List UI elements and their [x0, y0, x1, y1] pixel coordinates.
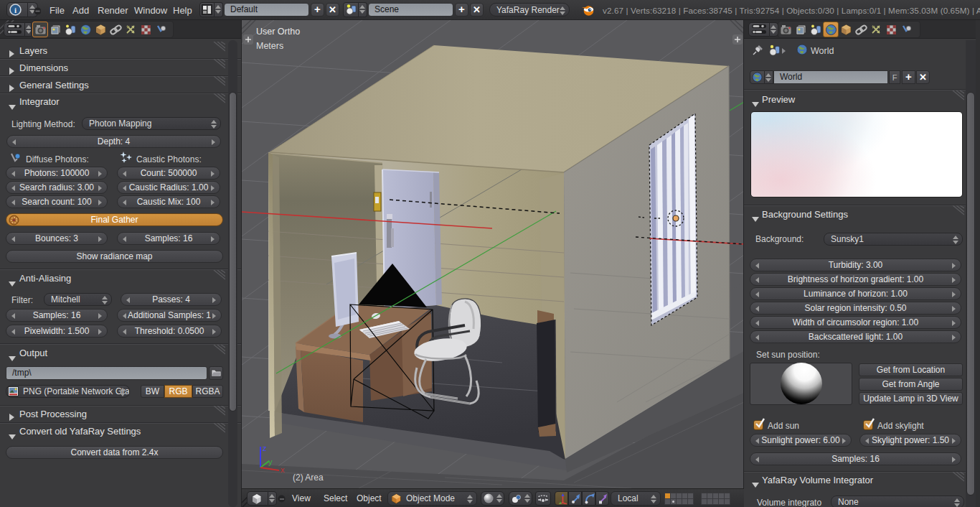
- svg-text:(2) Area: (2) Area: [293, 473, 324, 483]
- svg-text:y: y: [268, 457, 273, 466]
- svg-text:Meters: Meters: [256, 41, 283, 51]
- svg-text:x: x: [281, 465, 285, 474]
- svg-text:z: z: [263, 444, 267, 452]
- svg-text:User Ortho: User Ortho: [256, 27, 300, 37]
- svg-text:i: i: [14, 6, 17, 14]
